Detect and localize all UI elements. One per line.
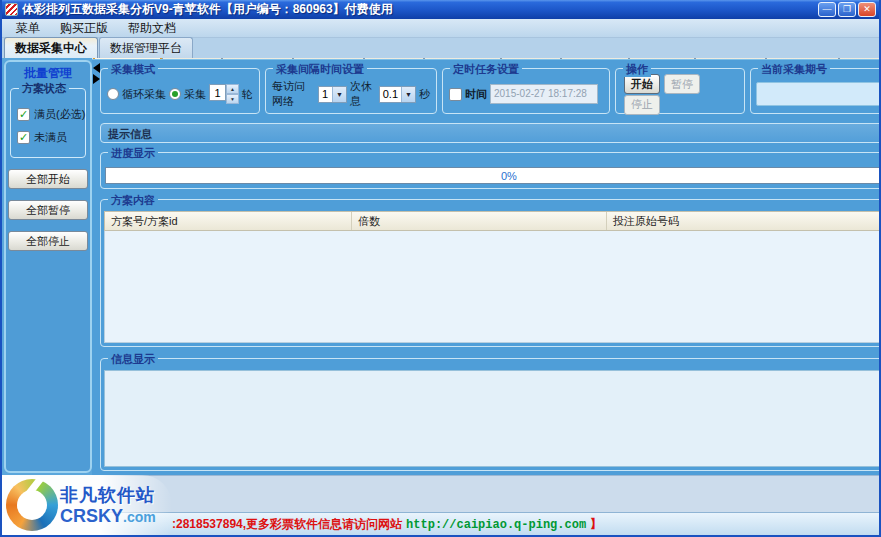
count-collect-radio[interactable] (169, 88, 181, 100)
checkbox-label: 满员(必选) (34, 107, 85, 122)
info-display-label: 信息显示 (108, 352, 158, 367)
timer-datetime-field[interactable]: 2015-02-27 18:17:28 (490, 84, 598, 104)
status-message-suffix: 】 (590, 516, 602, 533)
checkbox-row-满员(必选)[interactable]: ✓满员(必选) (17, 107, 79, 122)
collect-center-content: ✚360彩票✖爱彩网易网易彩票淘淘宝彩票cp彩票宝彩彩票2元网彩彩客网彩彩票36… (92, 58, 881, 475)
spin-down-icon[interactable]: ▼ (226, 94, 239, 104)
count-collect-radio-label: 采集 (184, 87, 206, 102)
interval-group: 采集间隔时间设置 每访问网络 1 ▼ 次休息 0.1 ▼ 秒 (265, 68, 437, 114)
sidebar-button-全部开始[interactable]: 全部开始 (8, 169, 88, 189)
menu-item-购买正版[interactable]: 购买正版 (50, 20, 118, 37)
crsky-logo-icon (6, 479, 58, 531)
info-display-group: 信息显示 (100, 358, 881, 471)
sidebar-title: 批量管理 (6, 65, 90, 82)
plan-status-group-label: 方案状态 (19, 81, 69, 96)
chevron-down-icon[interactable]: ▼ (401, 87, 415, 102)
plan-status-group: 方案状态 ✓满员(必选)✓未满员 (10, 88, 86, 158)
hint-info-group: 提示信息 (100, 123, 881, 143)
checkbox-label: 未满员 (34, 130, 67, 145)
timer-task-group-label: 定时任务设置 (450, 62, 522, 77)
operation-group: 操作 开始暂停停止 (615, 68, 745, 114)
interval-group-label: 采集间隔时间设置 (273, 62, 367, 77)
column-header-倍数[interactable]: 倍数 (352, 212, 607, 230)
minimize-button[interactable]: — (818, 2, 836, 17)
current-issue-label: 当前采集期号 (758, 62, 830, 77)
visit-count-select[interactable]: 1 ▼ (318, 86, 347, 103)
watermark-site-name: 非凡软件站 (60, 486, 156, 504)
status-message: :2818537894,更多彩票软件信息请访问网站 (172, 516, 402, 533)
column-header-方案号/方案id[interactable]: 方案号/方案id (105, 212, 352, 230)
collect-mode-group: 采集模式 循环采集 采集 ▲ ▼ 轮 (100, 68, 260, 114)
visit-count-label: 每访问网络 (272, 79, 315, 109)
operation-group-label: 操作 (623, 62, 651, 77)
timer-checkbox[interactable] (449, 88, 462, 101)
menu-bar: 菜单购买正版帮助文档 (2, 19, 879, 38)
collect-mode-label: 采集模式 (108, 62, 158, 77)
app-icon (5, 3, 18, 16)
checkbox-row-未满员[interactable]: ✓未满员 (17, 130, 79, 145)
current-issue-field (756, 82, 881, 106)
rest-seconds-select[interactable]: 0.1 ▼ (379, 86, 416, 103)
op-button-开始[interactable]: 开始 (624, 74, 660, 94)
spin-up-icon[interactable]: ▲ (226, 84, 239, 94)
hint-info-label: 提示信息 (101, 124, 881, 142)
info-display-area[interactable] (104, 370, 881, 467)
plan-content-group: 方案内容 方案号/方案id倍数投注原始号码 (100, 199, 881, 347)
menu-item-帮助文档[interactable]: 帮助文档 (118, 20, 186, 37)
op-button-暂停: 暂停 (664, 74, 700, 94)
plan-table-header: 方案号/方案id倍数投注原始号码 (104, 211, 881, 231)
watermark-brand-suffix: .com (123, 509, 156, 525)
round-unit-label: 轮 (242, 87, 253, 102)
progress-group: 进度显示 0% 0/0 (100, 152, 881, 189)
visit-count-value: 1 (319, 87, 332, 102)
menu-item-菜单[interactable]: 菜单 (6, 20, 50, 37)
rest-seconds-value: 0.1 (380, 87, 401, 102)
round-count-stepper[interactable]: ▲ ▼ (209, 84, 239, 104)
checkbox-满员(必选)[interactable]: ✓ (17, 108, 30, 121)
window-title: 体彩排列五数据采集分析V9-青苹软件【用户编号：860963】付费使用 (22, 1, 814, 18)
column-header-投注原始号码[interactable]: 投注原始号码 (607, 212, 881, 230)
collapse-left-icon[interactable] (93, 63, 100, 73)
maximize-button[interactable]: ❐ (838, 2, 856, 17)
app-window: 体彩排列五数据采集分析V9-青苹软件【用户编号：860963】付费使用 — ❐ … (0, 0, 881, 537)
window-body: 批量管理 方案状态 ✓满员(必选)✓未满员 全部开始全部暂停全部停止 ✚360彩… (2, 58, 879, 475)
sidebar-buttons: 全部开始全部暂停全部停止 (6, 169, 90, 251)
timer-checkbox-label: 时间 (465, 87, 487, 102)
checkbox-未满员[interactable]: ✓ (17, 131, 30, 144)
crsky-watermark: 非凡软件站 CRSKY.com (2, 475, 172, 535)
status-url-link[interactable]: http://caipiao.q-ping.com (406, 518, 586, 532)
seconds-unit-label: 秒 (419, 87, 430, 102)
progress-group-label: 进度显示 (108, 146, 158, 161)
op-button-停止: 停止 (624, 95, 660, 115)
current-issue-group: 当前采集期号 (750, 68, 881, 114)
close-button[interactable]: ✕ (858, 2, 876, 17)
plan-status-group-body: ✓满员(必选)✓未满员 (13, 107, 83, 145)
title-bar: 体彩排列五数据采集分析V9-青苹软件【用户编号：860963】付费使用 — ❐ … (2, 0, 879, 19)
main-tab-数据采集中心[interactable]: 数据采集中心 (4, 37, 98, 58)
main-tab-strip: 数据采集中心数据管理平台 (2, 38, 879, 58)
loop-collect-radio[interactable] (107, 88, 119, 100)
timer-task-group: 定时任务设置 时间 2015-02-27 18:17:28 (442, 68, 610, 114)
plan-content-label: 方案内容 (108, 193, 158, 208)
settings-row: 采集模式 循环采集 采集 ▲ ▼ 轮 (100, 68, 881, 114)
watermark-brand: CRSKY (60, 506, 123, 526)
sidebar-button-全部停止[interactable]: 全部停止 (8, 231, 88, 251)
collect-panel: 采集模式 循环采集 采集 ▲ ▼ 轮 (92, 59, 881, 475)
operation-buttons: 开始暂停停止 (622, 74, 738, 115)
plan-table-body[interactable] (104, 231, 881, 343)
progress-bar: 0% (105, 167, 881, 184)
collapse-right-icon[interactable] (93, 74, 100, 84)
chevron-down-icon[interactable]: ▼ (332, 87, 346, 102)
batch-manage-sidebar: 批量管理 方案状态 ✓满员(必选)✓未满员 全部开始全部暂停全部停止 (4, 60, 92, 473)
round-count-input[interactable] (209, 84, 226, 101)
loop-collect-radio-label: 循环采集 (122, 87, 166, 102)
rest-label: 次休息 (350, 79, 376, 109)
main-tab-数据管理平台[interactable]: 数据管理平台 (99, 37, 193, 58)
sidebar-button-全部暂停[interactable]: 全部暂停 (8, 200, 88, 220)
